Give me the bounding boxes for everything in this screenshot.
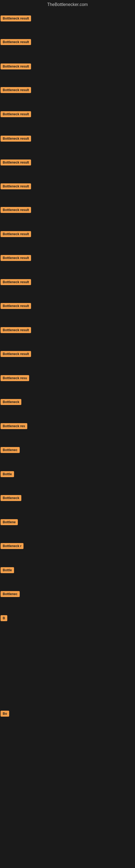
bottleneck-badge-22[interactable]: Bottlene <box>1 519 18 525</box>
bottleneck-badge-7[interactable]: Bottleneck result <box>1 159 31 165</box>
bottleneck-item-1: Bottleneck result <box>1 16 31 23</box>
bottleneck-badge-24[interactable]: Bottle <box>1 567 14 573</box>
bottleneck-badge-23[interactable]: Bottleneck r <box>1 543 24 549</box>
bottleneck-item-18: Bottleneck res <box>1 423 27 430</box>
bottleneck-item-19: Bottlenec <box>1 447 20 454</box>
bottleneck-item-11: Bottleneck result <box>1 255 31 262</box>
bottleneck-item-7: Bottleneck result <box>1 159 31 166</box>
bottleneck-item-15: Bottleneck result <box>1 351 31 358</box>
bottleneck-item-6: Bottleneck result <box>1 135 31 143</box>
bottleneck-item-21: Bottleneck <box>1 495 21 502</box>
bottleneck-item-3: Bottleneck result <box>1 63 31 70</box>
bottleneck-item-22: Bottlene <box>1 519 18 526</box>
bottleneck-item-16: Bottleneck resu <box>1 375 29 382</box>
bottleneck-badge-10[interactable]: Bottleneck result <box>1 231 31 237</box>
bottleneck-item-17: Bottleneck <box>1 399 21 406</box>
bottleneck-badge-19[interactable]: Bottlenec <box>1 447 20 453</box>
bottleneck-badge-18[interactable]: Bottleneck res <box>1 423 27 429</box>
bottleneck-item-23: Bottleneck r <box>1 543 24 550</box>
bottleneck-badge-21[interactable]: Bottleneck <box>1 495 21 501</box>
bottleneck-item-4: Bottleneck result <box>1 87 31 94</box>
bottleneck-badge-6[interactable]: Bottleneck result <box>1 135 31 142</box>
bottleneck-item-20: Bottle <box>1 471 14 478</box>
bottleneck-badge-3[interactable]: Bottleneck result <box>1 63 31 69</box>
bottleneck-badge-26[interactable]: B <box>1 615 7 621</box>
bottleneck-item-12: Bottleneck result <box>1 279 31 286</box>
bottleneck-badge-13[interactable]: Bottleneck result <box>1 303 31 309</box>
bottleneck-badge-17[interactable]: Bottleneck <box>1 399 21 405</box>
bottleneck-badge-8[interactable]: Bottleneck result <box>1 183 31 189</box>
bottleneck-item-27: Bo <box>1 711 9 718</box>
bottleneck-badge-1[interactable]: Bottleneck result <box>1 16 31 22</box>
bottleneck-badge-4[interactable]: Bottleneck result <box>1 87 31 93</box>
bottleneck-badge-2[interactable]: Bottleneck result <box>1 39 31 45</box>
bottleneck-item-14: Bottleneck result <box>1 327 31 334</box>
bottleneck-item-26: B <box>1 615 7 622</box>
bottleneck-item-8: Bottleneck result <box>1 183 31 190</box>
bottleneck-badge-16[interactable]: Bottleneck resu <box>1 375 29 381</box>
bottleneck-item-2: Bottleneck result <box>1 39 31 46</box>
bottleneck-badge-5[interactable]: Bottleneck result <box>1 111 31 117</box>
bottleneck-item-13: Bottleneck result <box>1 303 31 310</box>
bottleneck-item-5: Bottleneck result <box>1 111 31 118</box>
bottleneck-badge-15[interactable]: Bottleneck result <box>1 351 31 357</box>
bottleneck-badge-9[interactable]: Bottleneck result <box>1 207 31 213</box>
bottleneck-badge-11[interactable]: Bottleneck result <box>1 255 31 261</box>
bottleneck-item-25: Bottlenec <box>1 591 20 598</box>
bottleneck-item-10: Bottleneck result <box>1 231 31 238</box>
bottleneck-item-24: Bottle <box>1 567 14 574</box>
bottleneck-badge-27[interactable]: Bo <box>1 711 9 717</box>
bottleneck-badge-25[interactable]: Bottlenec <box>1 591 20 597</box>
bottleneck-item-9: Bottleneck result <box>1 207 31 214</box>
bottleneck-badge-14[interactable]: Bottleneck result <box>1 327 31 333</box>
site-title: TheBottlenecker.com <box>0 0 135 8</box>
bottleneck-badge-20[interactable]: Bottle <box>1 471 14 477</box>
bottleneck-badge-12[interactable]: Bottleneck result <box>1 279 31 285</box>
